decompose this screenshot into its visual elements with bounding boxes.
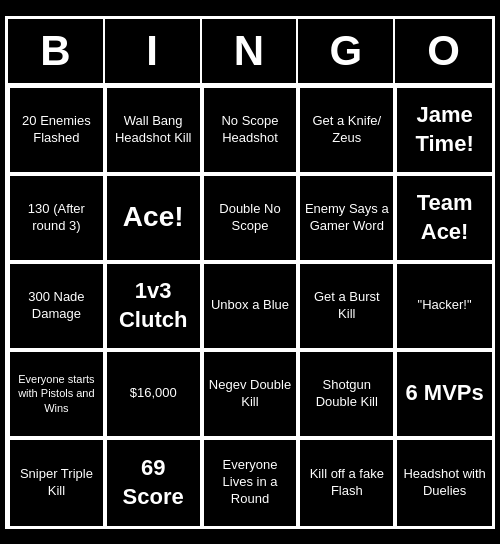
bingo-cell-22: Everyone Lives in a Round (202, 438, 299, 526)
bingo-cell-text-7: Double No Scope (208, 201, 293, 235)
bingo-cell-text-16: $16,000 (130, 385, 177, 402)
bingo-cell-18: Shotgun Double Kill (298, 350, 395, 438)
bingo-cell-3: Get a Knife/ Zeus (298, 86, 395, 174)
bingo-cell-text-1: Wall Bang Headshot Kill (111, 113, 196, 147)
bingo-cell-20: Sniper Triple Kill (8, 438, 105, 526)
bingo-cell-text-13: Get a Burst Kill (304, 289, 389, 323)
bingo-cell-12: Unbox a Blue (202, 262, 299, 350)
bingo-cell-text-22: Everyone Lives in a Round (208, 457, 293, 508)
bingo-cell-text-5: 130 (After round 3) (14, 201, 99, 235)
bingo-cell-17: Negev Double Kill (202, 350, 299, 438)
bingo-card: BINGO 20 Enemies FlashedWall Bang Headsh… (5, 16, 495, 529)
bingo-cell-16: $16,000 (105, 350, 202, 438)
bingo-letter-i: I (105, 19, 202, 83)
bingo-cell-0: 20 Enemies Flashed (8, 86, 105, 174)
bingo-cell-text-9: Team Ace! (401, 189, 488, 246)
bingo-header: BINGO (8, 19, 492, 86)
bingo-cell-text-12: Unbox a Blue (211, 297, 289, 314)
bingo-grid: 20 Enemies FlashedWall Bang Headshot Kil… (8, 86, 492, 526)
bingo-cell-text-2: No Scope Headshot (208, 113, 293, 147)
bingo-cell-text-3: Get a Knife/ Zeus (304, 113, 389, 147)
bingo-cell-text-17: Negev Double Kill (208, 377, 293, 411)
bingo-cell-4: Jame Time! (395, 86, 492, 174)
bingo-cell-text-0: 20 Enemies Flashed (14, 113, 99, 147)
bingo-cell-text-11: 1v3 Clutch (111, 277, 196, 334)
bingo-cell-14: "Hacker!" (395, 262, 492, 350)
bingo-letter-n: N (202, 19, 299, 83)
bingo-cell-5: 130 (After round 3) (8, 174, 105, 262)
bingo-cell-text-20: Sniper Triple Kill (14, 466, 99, 500)
bingo-cell-text-24: Headshot with Duelies (401, 466, 488, 500)
bingo-cell-13: Get a Burst Kill (298, 262, 395, 350)
bingo-cell-text-15: Everyone starts with Pistols and Wins (14, 372, 99, 415)
bingo-letter-g: G (298, 19, 395, 83)
bingo-cell-19: 6 MVPs (395, 350, 492, 438)
bingo-cell-text-23: Kill off a fake Flash (304, 466, 389, 500)
bingo-cell-10: 300 Nade Damage (8, 262, 105, 350)
bingo-cell-8: Enemy Says a Gamer Word (298, 174, 395, 262)
bingo-cell-21: 69 Score (105, 438, 202, 526)
bingo-cell-text-10: 300 Nade Damage (14, 289, 99, 323)
bingo-cell-6: Ace! (105, 174, 202, 262)
bingo-cell-text-8: Enemy Says a Gamer Word (304, 201, 389, 235)
bingo-cell-15: Everyone starts with Pistols and Wins (8, 350, 105, 438)
bingo-cell-1: Wall Bang Headshot Kill (105, 86, 202, 174)
bingo-cell-9: Team Ace! (395, 174, 492, 262)
bingo-cell-text-21: 69 Score (111, 454, 196, 511)
bingo-cell-11: 1v3 Clutch (105, 262, 202, 350)
bingo-cell-text-6: Ace! (123, 199, 184, 235)
bingo-letter-o: O (395, 19, 492, 83)
bingo-cell-text-14: "Hacker!" (418, 297, 472, 314)
bingo-cell-2: No Scope Headshot (202, 86, 299, 174)
bingo-letter-b: B (8, 19, 105, 83)
bingo-cell-text-18: Shotgun Double Kill (304, 377, 389, 411)
bingo-cell-text-4: Jame Time! (401, 101, 488, 158)
bingo-cell-23: Kill off a fake Flash (298, 438, 395, 526)
bingo-cell-text-19: 6 MVPs (405, 379, 483, 408)
bingo-cell-24: Headshot with Duelies (395, 438, 492, 526)
bingo-cell-7: Double No Scope (202, 174, 299, 262)
